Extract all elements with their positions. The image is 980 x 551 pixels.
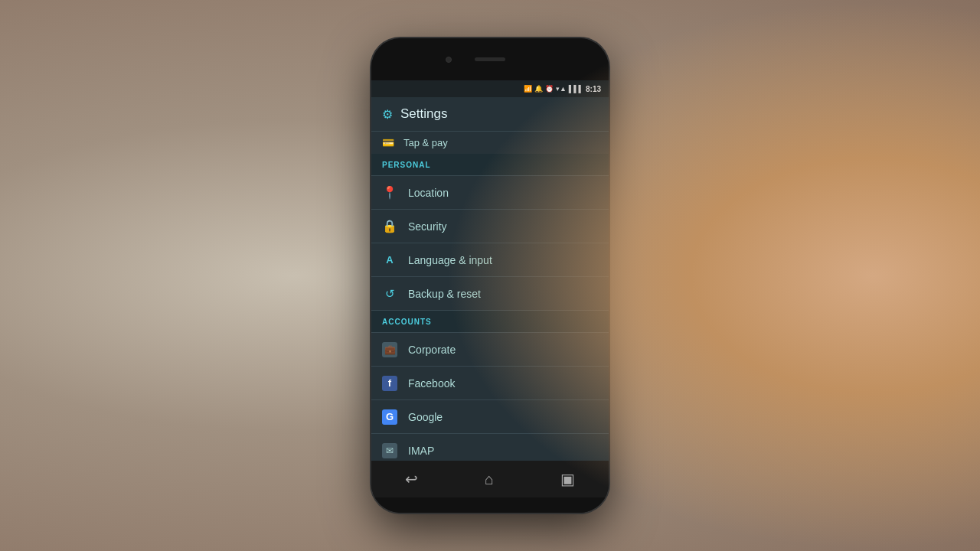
imap-item[interactable]: ✉ IMAP	[371, 434, 609, 461]
status-bar: 📶 🔔 ⏰ ▾▲ ▌▌▌ 8:13	[371, 80, 609, 97]
imap-label: IMAP	[408, 445, 434, 457]
backup-item[interactable]: ↺ Backup & reset	[371, 277, 609, 311]
google-item[interactable]: G Google	[371, 400, 609, 434]
phone-top	[371, 38, 609, 80]
recents-button[interactable]: ▣	[560, 470, 575, 488]
language-icon: A	[382, 253, 397, 268]
back-button[interactable]: ↩	[405, 470, 418, 488]
tap-pay-item[interactable]: 💳 Tap & pay	[371, 131, 609, 154]
front-camera	[446, 57, 452, 63]
phone-body: 📶 🔔 ⏰ ▾▲ ▌▌▌ 8:13 ⚙ Settings 💳 Tap & pay…	[371, 38, 609, 513]
location-item[interactable]: 📍 Location	[371, 176, 609, 210]
phone-bottom	[371, 497, 609, 513]
settings-title: Settings	[400, 106, 447, 122]
status-time: 8:13	[586, 85, 601, 93]
personal-section-label: PERSONAL	[382, 161, 431, 169]
home-button[interactable]: ⌂	[485, 471, 494, 488]
facebook-icon: f	[382, 376, 397, 391]
location-icon: 📍	[382, 185, 397, 200]
corporate-icon: 💼	[382, 342, 397, 357]
signal-icon: ▌▌▌	[569, 85, 583, 93]
status-icons: 📶 🔔 ⏰ ▾▲ ▌▌▌ 8:13	[524, 85, 601, 93]
corporate-item[interactable]: 💼 Corporate	[371, 333, 609, 367]
location-label: Location	[408, 187, 449, 199]
accounts-section-header: ACCOUNTS	[371, 311, 609, 332]
language-label: Language & input	[408, 254, 492, 266]
security-label: Security	[408, 220, 447, 233]
alarm-icon: ⏰	[545, 85, 554, 93]
corporate-label: Corporate	[408, 344, 456, 356]
gear-icon: ⚙	[382, 107, 393, 122]
google-label: Google	[408, 411, 443, 423]
backup-label: Backup & reset	[408, 288, 481, 300]
bluetooth-icon: 📶	[524, 85, 532, 93]
screen: 📶 🔔 ⏰ ▾▲ ▌▌▌ 8:13 ⚙ Settings 💳 Tap & pay…	[371, 80, 609, 461]
language-item[interactable]: A Language & input	[371, 243, 609, 277]
google-icon: G	[382, 409, 397, 425]
accounts-section-label: ACCOUNTS	[382, 318, 432, 326]
facebook-item[interactable]: f Facebook	[371, 367, 609, 400]
tap-pay-icon: 💳	[382, 137, 394, 148]
backup-icon: ↺	[382, 287, 397, 301]
personal-section-header: PERSONAL	[371, 154, 609, 175]
tap-pay-label: Tap & pay	[403, 137, 448, 148]
bell-icon: 🔔	[534, 85, 543, 93]
imap-icon: ✉	[382, 443, 397, 458]
settings-header: ⚙ Settings	[371, 97, 609, 131]
security-item[interactable]: 🔒 Security	[371, 210, 609, 243]
security-icon: 🔒	[382, 219, 397, 233]
facebook-label: Facebook	[408, 377, 455, 390]
earpiece-speaker	[475, 57, 505, 61]
wifi-icon: ▾▲	[556, 85, 567, 93]
nav-bar: ↩ ⌂ ▣	[371, 461, 609, 497]
